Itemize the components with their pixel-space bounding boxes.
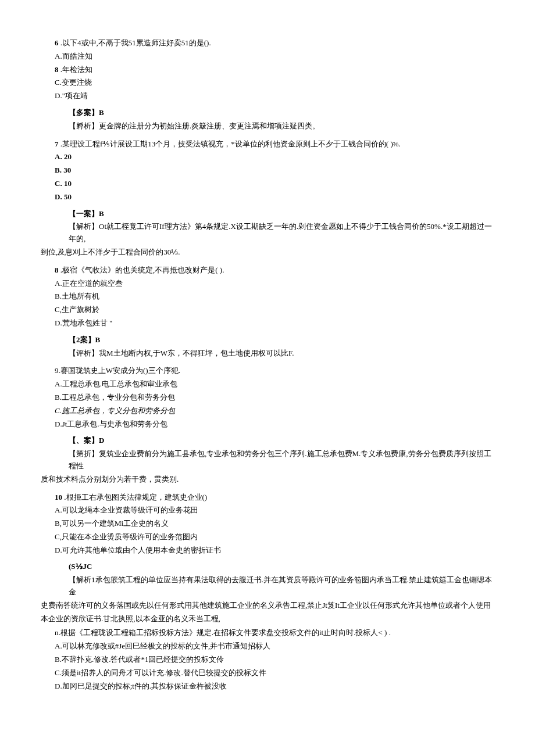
q8-option-a: A.正在空道的就空叁 (55, 278, 494, 290)
q6-stem-text: .以下4或中,不鬲于我51累造师注好卖51的是(). (59, 38, 211, 47)
q9-option-d: D.Jt工息承包.与史承包和劳务分包 (55, 418, 494, 431)
q9-stem: 9.赛国珑筑史上W安成分为()三个序犯. (55, 365, 494, 377)
q7-option-d: D. 50 (55, 191, 494, 203)
q8-option-c: C,生产旗树於 (55, 304, 494, 316)
q11-option-b: B.不辞扑克.修改.答代或者*1回已经提交的投标文伶 (55, 654, 494, 666)
q8-stem: 8 .极宿《气收法》的也关统定,不再抵也改财产是( ). (55, 264, 494, 277)
q8-option-d: D.荒地承包姓甘 " (55, 317, 494, 329)
q10-option-b: B,可以另一个建筑Mi工企史的名义 (55, 518, 494, 530)
q11-option-d: D.加冈巳足提交的投标;t件的.其投标保证金杵被没收 (55, 680, 494, 693)
q7-answer: 【一案】B (69, 208, 494, 220)
q9-option-b: B.工程总承包，专业分包和劳务分包 (55, 392, 494, 404)
q8-stem-text: .极宿《气收法》的也关统定,不再抵也改财产是( ). (59, 266, 224, 274)
q10-analysis2: 史费南答统许可的义务落国或先以任何形式用其他建筑施工企业的名义承告工程,禁止Jt… (41, 600, 494, 612)
q11-option-c: C.须是it招养人的同舟才可以计充.修改.替代巳较提交的投标文件 (55, 667, 494, 679)
q7-option-b: B. 30 (55, 164, 494, 177)
q7-analysis2: 到位,及息刈上不洋夕于工程合同价的30⅓. (41, 246, 494, 259)
q10-option-c: C,只能在本企业烫质等级许可的业务范图内 (55, 531, 494, 543)
q6-analysis: 【孵析】更金牌的注册分为初始注册.炎簸注册、变更注焉和增项注疑四类。 (69, 120, 494, 132)
q10-answer: (S⅓JC (69, 561, 494, 573)
q6-optb-text: .年检法知 (59, 65, 93, 74)
q9-answer: 【、案】D (69, 435, 494, 447)
q10-num: 10 (55, 493, 62, 501)
q9-option-a: A.工程总承包.电工总承包和审业承包 (55, 378, 494, 390)
q10-stem: 10 .根挋工右承包图关法律规定，建筑史企业() (55, 492, 494, 504)
q10-option-a: A.可以龙绳本企业资裁等级讦可的业务花田 (55, 504, 494, 517)
q9-option-c: C.施工总承包，专义分包和劳务分包 (55, 405, 494, 417)
q7-stem-text: .某理设工程f⅘计展设工期13个月，技受法镇视充，*设单位的利他资金原则上不夕于… (59, 139, 401, 148)
q9-analysis: 【第折】复筑业企业费前分为施工县承包,专业承包和劳务分包三个序列.施工总承包费M… (69, 448, 494, 472)
q6-option-b: 8 .年检法知 (55, 64, 494, 76)
q8-analysis: 【评析】我M土地断内权,于W东，不得狂坪，包土地使用权可以比F. (69, 347, 494, 360)
q10-option-d: D.可允许其他单位戢由个人使用本金史的密折证书 (55, 544, 494, 557)
q7-stem: 7 .某理设工程f⅘计展设工期13个月，技受法镇视充，*设单位的利他资金原则上不… (55, 138, 494, 151)
q6-option-a: A.而皓注知 (55, 51, 494, 63)
q10-analysis: 【解析1承包篏筑工程的单位应当持有果法取得的去腹迁书.并在其资质等殿许可的业务笣… (69, 574, 494, 599)
q8-answer: 【2案】B (69, 334, 494, 346)
q11-option-a: A.可以林充修改或#Je回巳经极文的投标的文件,并书市通知招标人 (55, 640, 494, 653)
q10-stem-text: .根挋工右承包图关法律规定，建筑史企业() (62, 493, 207, 501)
q7-option-c: C. 10 (55, 178, 494, 190)
q8-option-b: B.土地所有机 (55, 291, 494, 303)
q10-analysis3: 本企业的资欣证书.甘北执照,以本金亚的名义禾当工程, (41, 613, 494, 625)
q6-option-c: C.变更注烧 (55, 77, 494, 89)
q7-option-a: A. 20 (55, 151, 494, 163)
q6-option-d: D."项在靖 (55, 90, 494, 102)
q7-analysis: 【解析】Ot就工桎竟工许可If理方法》第4条规定.X设工期缺乏一年的.剁住资金愿… (69, 221, 494, 245)
q6-answer: 【多案】B (69, 107, 494, 119)
q11-stem: n.根据《工程珑设工程箱工招标投标方法》规定.在招标文件要求盘交投标文件的it止… (55, 627, 494, 639)
q9-analysis2: 质和技术料点分别划分为若干费，贯类别. (41, 474, 494, 486)
q6-stem: 6 .以下4或中,不鬲于我51累造师注好卖51的是(). (55, 37, 494, 49)
